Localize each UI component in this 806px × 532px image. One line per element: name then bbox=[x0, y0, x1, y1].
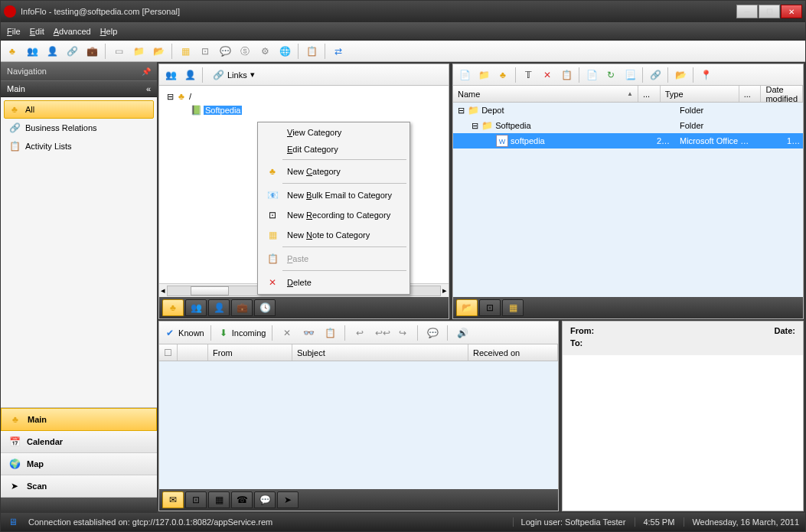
gear-icon[interactable]: ⚙ bbox=[256, 43, 273, 60]
titlebar[interactable]: InfoFlo - testing@softpedia.com [Persona… bbox=[1, 1, 805, 22]
page-icon[interactable]: 📃 bbox=[622, 67, 638, 83]
tab-tape[interactable]: ⊡ bbox=[185, 491, 207, 508]
new-icon[interactable]: 📄 bbox=[456, 67, 473, 83]
menu-edit[interactable]: Edit bbox=[30, 27, 44, 36]
mail-body[interactable] bbox=[159, 361, 558, 489]
tab-mail[interactable]: ✉ bbox=[162, 491, 184, 508]
open-folder-icon[interactable]: 📂 bbox=[672, 67, 689, 83]
glasses-icon[interactable]: 👓 bbox=[300, 325, 317, 341]
nav-item-all[interactable]: ♣ All bbox=[4, 100, 154, 119]
tree-root[interactable]: ⊟ ♣ / bbox=[167, 90, 444, 103]
col-type[interactable]: Type bbox=[661, 86, 739, 102]
folder-icon[interactable]: 📁 bbox=[475, 67, 492, 83]
clipboard-icon[interactable]: 📋 bbox=[303, 43, 320, 60]
menu-recording[interactable]: ⊡New Recording to Category bbox=[259, 205, 408, 225]
nav-button-main[interactable]: ♣ Main bbox=[1, 408, 157, 431]
people-icon[interactable]: 👥 bbox=[162, 67, 179, 83]
copy-icon[interactable]: 📋 bbox=[558, 67, 575, 83]
person-add-icon[interactable]: 👤 bbox=[181, 67, 198, 83]
tab-folder[interactable]: 📂 bbox=[456, 299, 478, 316]
add-folder-icon[interactable]: 📂 bbox=[150, 43, 167, 60]
tab-briefcase[interactable]: 💼 bbox=[231, 299, 253, 316]
tab-calendar[interactable]: ▦ bbox=[208, 491, 230, 508]
tab-tape[interactable]: ⊡ bbox=[479, 299, 501, 316]
org-icon[interactable]: ♣ bbox=[494, 67, 511, 83]
nav-button-calendar[interactable]: 📅 Calendar bbox=[1, 431, 157, 453]
menu-note[interactable]: ▦New Note to Category bbox=[259, 225, 408, 245]
text-icon[interactable]: 𝕋 bbox=[520, 67, 537, 83]
tab-more[interactable]: ➤ bbox=[277, 491, 299, 508]
replyall-icon[interactable]: ↩↩ bbox=[373, 325, 390, 341]
pin-icon[interactable]: 📍 bbox=[697, 67, 714, 83]
file-row[interactable]: ⊟ 📁 Depot Folder bbox=[453, 103, 803, 118]
note-icon[interactable]: ▦ bbox=[177, 43, 194, 60]
files-body[interactable]: ⊟ 📁 Depot Folder ⊟ 📁 Softpedia Folder W … bbox=[453, 103, 803, 297]
menu-file[interactable]: File bbox=[7, 27, 21, 36]
links-dropdown[interactable]: 🔗 Links ▾ bbox=[207, 67, 260, 83]
reply-icon[interactable]: ↩ bbox=[351, 325, 368, 341]
tree-node[interactable]: 📗 Softpedia bbox=[190, 104, 444, 116]
col-check[interactable]: ☐ bbox=[159, 344, 178, 361]
col-received[interactable]: Received on bbox=[468, 344, 558, 361]
menu-new-category[interactable]: ♣New Category bbox=[259, 162, 408, 181]
doc-icon[interactable]: 📄 bbox=[583, 67, 600, 83]
skype-icon[interactable]: ⓢ bbox=[237, 43, 253, 60]
globe-icon[interactable]: 🌐 bbox=[276, 43, 293, 60]
tab-person[interactable]: 👤 bbox=[208, 299, 230, 316]
folder-icon[interactable]: 📁 bbox=[130, 43, 147, 60]
expand-icon[interactable]: ⊟ bbox=[167, 92, 174, 102]
col-subject[interactable]: Subject bbox=[292, 344, 468, 361]
refresh-icon[interactable]: ↻ bbox=[602, 67, 619, 83]
menu-bulk-email[interactable]: 📧New Bulk Email to Category bbox=[259, 185, 408, 205]
tab-org[interactable]: ♣ bbox=[162, 299, 184, 316]
close-button[interactable]: ✕ bbox=[781, 5, 802, 18]
col-dots2[interactable]: ... bbox=[739, 86, 762, 102]
menu-view-category[interactable]: View Category bbox=[259, 124, 408, 141]
menu-help[interactable]: Help bbox=[100, 27, 118, 36]
transfer-icon[interactable]: ⇄ bbox=[330, 43, 347, 60]
card-icon[interactable]: ▭ bbox=[110, 43, 127, 60]
tab-people[interactable]: 👥 bbox=[185, 299, 207, 316]
col-dots[interactable]: ... bbox=[638, 86, 661, 102]
nav-item-activity[interactable]: 📋 Activity Lists bbox=[4, 137, 154, 155]
incoming-button[interactable]: ⬇ Incoming bbox=[217, 327, 266, 339]
tape-icon[interactable]: ⊡ bbox=[197, 43, 214, 60]
expand-icon[interactable]: ⊟ bbox=[458, 106, 465, 115]
main-header[interactable]: Main « bbox=[1, 80, 157, 97]
tab-chat[interactable]: 💬 bbox=[254, 491, 276, 508]
file-row-selected[interactable]: W softpedia 2… Microsoft Office … 16-Mar… bbox=[453, 133, 803, 149]
tab-phone[interactable]: ☎ bbox=[231, 491, 253, 508]
menu-delete[interactable]: ✕Delete bbox=[259, 273, 408, 292]
briefcase-icon[interactable]: 💼 bbox=[83, 43, 100, 60]
sound-icon[interactable]: 🔊 bbox=[454, 325, 471, 341]
scroll-left-icon[interactable]: ◂ bbox=[161, 286, 165, 295]
known-button[interactable]: ✔ Known bbox=[164, 327, 204, 339]
delete-icon[interactable]: ✕ bbox=[539, 67, 556, 83]
tab-note[interactable]: ▦ bbox=[502, 299, 524, 316]
minimize-button[interactable]: ─ bbox=[736, 5, 758, 18]
person-icon[interactable]: 👤 bbox=[44, 43, 60, 60]
expand-icon[interactable]: ⊟ bbox=[472, 121, 478, 130]
forward-icon[interactable]: ↪ bbox=[394, 325, 411, 341]
col-from[interactable]: From bbox=[208, 344, 292, 361]
col-date[interactable]: Date modified bbox=[761, 86, 803, 102]
file-row[interactable]: ⊟ 📁 Softpedia Folder bbox=[453, 118, 803, 133]
scroll-right-icon[interactable]: ▸ bbox=[442, 286, 447, 295]
share-icon[interactable]: 🔗 bbox=[647, 67, 664, 83]
link-icon[interactable]: 🔗 bbox=[64, 43, 80, 60]
tab-clock[interactable]: 🕓 bbox=[254, 299, 276, 316]
bubble-icon[interactable]: 💬 bbox=[217, 43, 233, 60]
chat-icon[interactable]: 💬 bbox=[424, 325, 441, 341]
nav-button-scan[interactable]: ➤ Scan bbox=[1, 475, 157, 498]
nav-item-business[interactable]: 🔗 Business Relations bbox=[4, 119, 154, 137]
maximize-button[interactable]: ☐ bbox=[759, 5, 780, 18]
org-icon[interactable]: ♣ bbox=[4, 43, 21, 60]
col-blank[interactable] bbox=[178, 344, 208, 361]
paste-icon[interactable]: 📋 bbox=[321, 325, 338, 341]
scroll-thumb[interactable] bbox=[191, 286, 229, 295]
menu-edit-category[interactable]: Edit Category bbox=[259, 141, 408, 158]
menu-advanced[interactable]: Advanced bbox=[54, 27, 91, 36]
delete-icon[interactable]: ✕ bbox=[279, 325, 295, 341]
pin-icon[interactable]: 📌 bbox=[142, 67, 151, 76]
people-icon[interactable]: 👥 bbox=[24, 43, 41, 60]
